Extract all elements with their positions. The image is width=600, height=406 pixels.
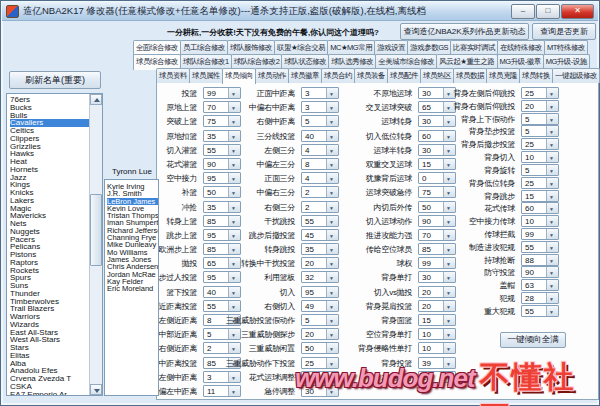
dropdown-arrow-icon[interactable] [326,244,338,254]
tab-main[interactable]: 球队服饰修改 [227,40,275,55]
dropdown-arrow-icon[interactable] [228,230,240,240]
tendency-value-dropdown[interactable]: 5 [203,328,241,340]
dropdown-arrow-icon[interactable] [326,88,338,98]
tab-player[interactable]: 一键超级修改 [552,68,600,83]
dropdown-arrow-icon[interactable] [228,343,240,353]
tendency-value-dropdown[interactable]: 30 [418,271,456,283]
dropdown-arrow-icon[interactable] [546,242,558,252]
dropdown-arrow-icon[interactable] [546,126,558,136]
dropdown-arrow-icon[interactable] [443,258,455,268]
tendency-value-dropdown[interactable]: 20 [418,286,456,298]
dropdown-arrow-icon[interactable] [326,187,338,197]
tab-main[interactable]: 在线特殊修改 [497,40,545,55]
tab-player[interactable]: 球员数据 [453,68,487,83]
dropdown-arrow-icon[interactable] [443,343,455,353]
dropdown-arrow-icon[interactable] [443,358,455,368]
tendency-value-dropdown[interactable]: 2 [301,186,339,198]
dropdown-arrow-icon[interactable] [326,116,338,126]
dropdown-arrow-icon[interactable] [443,131,455,141]
tendency-value-dropdown[interactable]: 4 [301,172,339,184]
tendency-value-dropdown[interactable]: 70 [203,101,241,113]
tendency-value-dropdown[interactable]: 50 [203,186,241,198]
tendency-value-dropdown[interactable]: 40 [301,371,339,383]
tab-secondary[interactable]: MG升级-设施 [543,54,590,69]
dropdown-arrow-icon[interactable] [546,178,558,188]
dropdown-arrow-icon[interactable] [546,216,558,226]
tab-main[interactable]: 游戏参数GS [407,40,451,55]
query-update-news-button[interactable]: 查询造亿NBA2K系列作品更新动态 [400,23,529,40]
dropdown-arrow-icon[interactable] [228,116,240,126]
dropdown-arrow-icon[interactable] [443,145,455,155]
tendency-value-dropdown[interactable]: 11 [203,385,241,397]
dropdown-arrow-icon[interactable] [546,293,558,303]
dropdown-arrow-icon[interactable] [443,272,455,282]
dropdown-arrow-icon[interactable] [443,159,455,169]
player-list-item[interactable]: Eric Moreland [107,285,158,292]
dropdown-arrow-icon[interactable] [546,165,558,175]
tendency-value-dropdown[interactable]: 55 [521,241,559,253]
tendency-value-dropdown[interactable]: 60 [418,130,456,142]
team-list-item[interactable]: EA7 Emporio Ar [10,391,90,397]
team-list-scrollbar[interactable] [89,94,102,395]
dropdown-arrow-icon[interactable] [228,159,240,169]
tendency-value-dropdown[interactable]: 65 [418,101,456,113]
tab-secondary[interactable]: 球队综合修改2 [231,54,283,69]
dropdown-arrow-icon[interactable] [546,255,558,265]
tendency-value-dropdown[interactable]: 10 [521,215,559,227]
tendency-value-dropdown[interactable]: 88 [521,254,559,266]
tendency-value-dropdown[interactable]: 3 [301,87,339,99]
tendency-value-dropdown[interactable]: 28 [521,292,559,304]
tendency-value-dropdown[interactable]: 35 [301,243,339,255]
scroll-down-icon[interactable] [90,384,102,395]
scrollbar-thumb[interactable] [90,194,102,266]
tendency-value-dropdown[interactable]: 85 [203,243,241,255]
dropdown-arrow-icon[interactable] [546,191,558,201]
dropdown-arrow-icon[interactable] [228,145,240,155]
tendency-value-dropdown[interactable]: 25 [521,177,559,189]
refresh-roster-button[interactable]: 刷新名单(重要) [9,71,101,89]
tendency-value-dropdown[interactable]: 32 [301,271,339,283]
tab-player[interactable]: 球员热区 [420,68,454,83]
dropdown-arrow-icon[interactable] [443,372,455,382]
max-all-tendencies-button[interactable]: 一键倾向全满 [500,332,566,348]
dropdown-arrow-icon[interactable] [443,329,455,339]
tendency-value-dropdown[interactable]: 10 [418,342,456,354]
tab-player[interactable]: 球员倾向 [222,68,256,84]
tendency-value-dropdown[interactable]: 5 [301,314,339,326]
tab-main[interactable]: MC★MG常用 [327,40,375,55]
tendency-value-dropdown[interactable]: 63 [521,279,559,291]
dropdown-arrow-icon[interactable] [326,315,338,325]
dropdown-arrow-icon[interactable] [228,287,240,297]
tab-player[interactable]: 球员徽章 [288,68,322,83]
dropdown-arrow-icon[interactable] [326,202,338,212]
tendency-value-dropdown[interactable]: 5 [301,115,339,127]
dropdown-arrow-icon[interactable] [228,386,240,396]
dropdown-arrow-icon[interactable] [443,301,455,311]
tendency-value-dropdown[interactable]: 20 [521,100,559,112]
dropdown-arrow-icon[interactable] [326,358,338,368]
tendency-value-dropdown[interactable]: 55 [301,215,339,227]
dropdown-arrow-icon[interactable] [326,272,338,282]
tab-secondary[interactable]: MG升级-徽章 [497,54,544,69]
dropdown-arrow-icon[interactable] [228,329,240,339]
tendency-value-dropdown[interactable]: 40 [203,286,241,298]
tendency-value-dropdown[interactable]: 30 [301,385,339,397]
dropdown-arrow-icon[interactable] [326,173,338,183]
dropdown-arrow-icon[interactable] [228,258,240,268]
tendency-value-dropdown[interactable]: 95 [203,172,241,184]
tendency-value-dropdown[interactable]: 2 [203,342,241,354]
scroll-up-icon[interactable] [90,94,102,105]
tendency-value-dropdown[interactable]: 30 [418,144,456,156]
tendency-value-dropdown[interactable]: 45 [301,229,339,241]
dropdown-arrow-icon[interactable] [228,372,240,382]
dropdown-arrow-icon[interactable] [326,343,338,353]
tendency-value-dropdown[interactable]: 15 [521,190,559,202]
tendency-value-dropdown[interactable]: 40 [301,130,339,142]
dropdown-arrow-icon[interactable] [546,229,558,239]
tendency-value-dropdown[interactable]: 25 [521,138,559,150]
tab-main[interactable]: 员工综合修改 [180,40,228,55]
tendency-value-dropdown[interactable]: 95 [301,286,339,298]
dropdown-arrow-icon[interactable] [443,230,455,240]
tendency-value-dropdown[interactable]: 10 [521,151,559,163]
title-bar[interactable]: 造亿NBA2K17 修改器(任意模式修改+任意名单修改)---通杀支持正版,盗版… [2,2,598,21]
